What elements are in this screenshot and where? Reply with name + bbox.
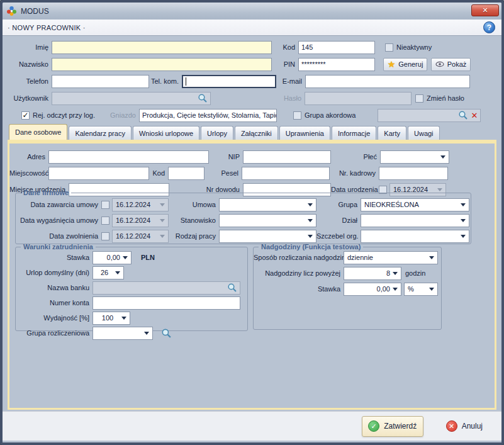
nip-label: NIP: [209, 153, 243, 161]
rate-select[interactable]: 0,00: [92, 251, 132, 264]
chevron-down-icon: [160, 203, 165, 206]
overtime-title: Nadgodziny (Funkcja testowa): [259, 243, 363, 251]
overtime-group: Nadgodziny (Funkcja testowa) Sposób rozl…: [253, 243, 442, 330]
termination-date-select[interactable]: 16.12.2024: [112, 230, 169, 243]
tab-zalaczniki[interactable]: Załączniki: [235, 126, 278, 140]
contract-expiry-label: Data wygaśnięcia umowy: [16, 217, 101, 224]
contract-expiry-checkbox[interactable]: [101, 217, 109, 225]
rate-label: Stawka: [16, 254, 92, 261]
first-name-label: Imię: [10, 43, 52, 51]
org-level-label: Szczebel org.: [316, 232, 361, 240]
bank-name-input[interactable]: [92, 281, 240, 295]
default-leave-label: Urlop domyślny (dni): [16, 269, 92, 276]
email-input[interactable]: [305, 75, 470, 88]
chevron-down-icon: [461, 203, 466, 206]
chevron-down-icon: [115, 271, 120, 274]
work-type-select[interactable]: [219, 230, 316, 243]
search-icon[interactable]: [458, 110, 468, 120]
nip-input[interactable]: [243, 150, 331, 164]
tab-karty[interactable]: Karty: [378, 126, 406, 140]
app-icon: [6, 6, 17, 16]
chevron-down-icon: [160, 235, 165, 238]
department-select[interactable]: [361, 214, 469, 227]
star-icon: ★: [388, 59, 396, 69]
bank-name-label: Nazwa banku: [16, 284, 92, 291]
overtime-unit-select[interactable]: %: [404, 283, 438, 296]
contract-select[interactable]: [219, 198, 316, 211]
dialog-window: MODUS ✕ · NOWY PRACOWNIK · ? Imię Kod 14…: [0, 0, 504, 445]
personnel-no-input[interactable]: [379, 167, 448, 180]
check-icon: ✓: [22, 111, 28, 120]
overtime-above-select[interactable]: 8: [344, 267, 401, 280]
currency-label: PLN: [132, 254, 158, 261]
settlement-group-select[interactable]: [92, 327, 153, 340]
search-icon[interactable]: [198, 93, 208, 103]
last-name-label: Nazwisko: [10, 60, 52, 68]
overtime-rate-select[interactable]: 0,00: [344, 283, 401, 296]
code-input[interactable]: 145: [298, 41, 375, 54]
code-label: Kod: [273, 43, 298, 51]
user-input[interactable]: [52, 92, 211, 105]
first-name-input[interactable]: [52, 41, 272, 54]
gender-label: Płeć: [331, 153, 380, 161]
close-button[interactable]: ✕: [471, 4, 499, 16]
chevron-down-icon: [308, 235, 313, 238]
text-caret: [186, 77, 186, 86]
employment-terms-title: Warunki zatrudnienia: [21, 243, 96, 251]
contract-label: Umowa: [169, 201, 219, 208]
termination-date-checkbox[interactable]: [101, 232, 109, 240]
tab-uprawnienia[interactable]: Uprawnienia: [279, 126, 330, 140]
mobile-label: Tel. kom.: [149, 77, 182, 85]
position-label: Stanowisko: [169, 217, 219, 224]
tab-dane-osobowe[interactable]: Dane osobowe: [9, 124, 67, 140]
generate-pin-button[interactable]: ★ Generuj: [383, 58, 427, 71]
inactive-checkbox[interactable]: [385, 43, 393, 52]
piecework-group-input[interactable]: ✕: [378, 109, 481, 122]
contract-date-checkbox[interactable]: [101, 201, 109, 209]
change-password-checkbox[interactable]: [415, 94, 423, 103]
efficiency-select[interactable]: 100: [92, 312, 130, 325]
search-icon[interactable]: [161, 328, 172, 339]
pin-input[interactable]: *********: [298, 58, 375, 71]
tab-urlopy[interactable]: Urlopy: [201, 126, 233, 140]
help-icon[interactable]: ?: [483, 21, 495, 33]
confirm-button[interactable]: ✓ Zatwierdź: [362, 416, 423, 437]
position-select[interactable]: [219, 214, 316, 227]
address-input[interactable]: [48, 150, 209, 164]
phone-input[interactable]: [52, 75, 149, 88]
pesel-input[interactable]: [242, 167, 330, 180]
org-level-select[interactable]: [361, 230, 469, 243]
piecework-group-checkbox[interactable]: [293, 111, 301, 120]
user-label: Użytkownik: [10, 94, 52, 102]
cancel-button[interactable]: ✕ Anuluj: [446, 420, 483, 432]
city-input[interactable]: [48, 167, 149, 180]
tab-informacje[interactable]: Informacje: [332, 126, 376, 140]
tab-uwagi[interactable]: Uwagi: [408, 126, 440, 140]
reg-login-checkbox[interactable]: ✓: [21, 111, 30, 120]
contract-date-select[interactable]: 16.12.2024: [112, 198, 169, 211]
contract-expiry-select[interactable]: 16.12.2024: [112, 214, 169, 227]
chevron-down-icon: [144, 332, 149, 335]
postal-code-input[interactable]: [168, 167, 204, 180]
chevron-down-icon: [121, 317, 126, 320]
postal-code-label: Kod: [149, 169, 168, 177]
default-leave-select[interactable]: 26: [92, 266, 124, 279]
tab-kalendarz-pracy[interactable]: Kalendarz pracy: [69, 126, 132, 140]
title-bar[interactable]: MODUS ✕: [3, 3, 501, 20]
clear-icon[interactable]: ✕: [471, 111, 478, 120]
account-number-input[interactable]: [92, 296, 240, 310]
tab-wnioski-urlopowe[interactable]: Wnioski urlopowe: [133, 126, 199, 140]
group-select[interactable]: NIEOKREŚLONA: [361, 198, 469, 211]
group-label: Grupa: [316, 201, 361, 208]
mobile-input[interactable]: [182, 75, 276, 88]
search-icon[interactable]: [227, 283, 237, 293]
gender-select[interactable]: [380, 150, 449, 164]
eye-icon: [435, 61, 444, 67]
employee-top-form: Imię Kod 145 Nieaktywny Nazwisko PIN ***…: [3, 36, 501, 124]
slot-input[interactable]: Produkcja, Cięcie tekstyliów, Stolarnia,…: [139, 109, 277, 122]
hours-label: godzin: [401, 269, 428, 277]
account-number-label: Numer konta: [16, 299, 92, 307]
last-name-input[interactable]: [52, 58, 272, 71]
overtime-method-select[interactable]: dziennie: [344, 251, 438, 264]
show-pin-button[interactable]: Pokaż: [431, 58, 471, 71]
